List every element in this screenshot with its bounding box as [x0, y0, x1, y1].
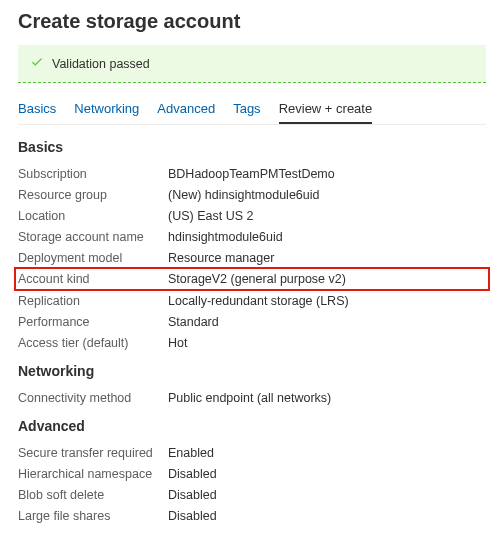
label-location: Location — [18, 209, 168, 223]
label-secure-transfer: Secure transfer required — [18, 446, 168, 460]
tab-advanced[interactable]: Advanced — [157, 95, 215, 124]
label-deployment-model: Deployment model — [18, 251, 168, 265]
label-replication: Replication — [18, 294, 168, 308]
row-replication: Replication Locally-redundant storage (L… — [18, 290, 486, 311]
value-deployment-model: Resource manager — [168, 251, 274, 265]
label-connectivity: Connectivity method — [18, 391, 168, 405]
value-performance: Standard — [168, 315, 219, 329]
value-resource-group: (New) hdinsightmodule6uid — [168, 188, 319, 202]
value-secure-transfer: Enabled — [168, 446, 214, 460]
label-large-file-shares: Large file shares — [18, 509, 168, 523]
check-icon — [30, 55, 44, 72]
value-location: (US) East US 2 — [168, 209, 253, 223]
label-resource-group: Resource group — [18, 188, 168, 202]
label-hierarchical-namespace: Hierarchical namespace — [18, 467, 168, 481]
validation-banner: Validation passed — [18, 45, 486, 83]
validation-message: Validation passed — [52, 57, 150, 71]
label-blob-soft-delete: Blob soft delete — [18, 488, 168, 502]
row-hierarchical-namespace: Hierarchical namespace Disabled — [18, 463, 486, 484]
row-storage-account-name: Storage account name hdinsightmodule6uid — [18, 226, 486, 247]
label-performance: Performance — [18, 315, 168, 329]
value-hierarchical-namespace: Disabled — [168, 467, 217, 481]
label-storage-account-name: Storage account name — [18, 230, 168, 244]
tab-bar: Basics Networking Advanced Tags Review +… — [18, 95, 486, 125]
label-subscription: Subscription — [18, 167, 168, 181]
label-access-tier: Access tier (default) — [18, 336, 168, 350]
value-large-file-shares: Disabled — [168, 509, 217, 523]
row-blob-soft-delete: Blob soft delete Disabled — [18, 484, 486, 505]
row-deployment-model: Deployment model Resource manager — [18, 247, 486, 268]
row-secure-transfer: Secure transfer required Enabled — [18, 442, 486, 463]
value-subscription: BDHadoopTeamPMTestDemo — [168, 167, 335, 181]
value-connectivity: Public endpoint (all networks) — [168, 391, 331, 405]
row-performance: Performance Standard — [18, 311, 486, 332]
value-blob-soft-delete: Disabled — [168, 488, 217, 502]
row-large-file-shares: Large file shares Disabled — [18, 505, 486, 526]
value-replication: Locally-redundant storage (LRS) — [168, 294, 349, 308]
row-subscription: Subscription BDHadoopTeamPMTestDemo — [18, 163, 486, 184]
value-account-kind: StorageV2 (general purpose v2) — [168, 272, 346, 286]
row-access-tier: Access tier (default) Hot — [18, 332, 486, 353]
tab-networking[interactable]: Networking — [74, 95, 139, 124]
row-resource-group: Resource group (New) hdinsightmodule6uid — [18, 184, 486, 205]
section-advanced-title: Advanced — [18, 418, 486, 434]
row-connectivity: Connectivity method Public endpoint (all… — [18, 387, 486, 408]
label-account-kind: Account kind — [18, 272, 168, 286]
page-title: Create storage account — [18, 0, 486, 45]
row-account-kind-highlighted: Account kind StorageV2 (general purpose … — [14, 267, 490, 291]
value-storage-account-name: hdinsightmodule6uid — [168, 230, 283, 244]
tab-basics[interactable]: Basics — [18, 95, 56, 124]
section-networking-title: Networking — [18, 363, 486, 379]
section-basics-title: Basics — [18, 139, 486, 155]
tab-tags[interactable]: Tags — [233, 95, 260, 124]
tab-review-create[interactable]: Review + create — [279, 95, 373, 124]
value-access-tier: Hot — [168, 336, 187, 350]
row-location: Location (US) East US 2 — [18, 205, 486, 226]
